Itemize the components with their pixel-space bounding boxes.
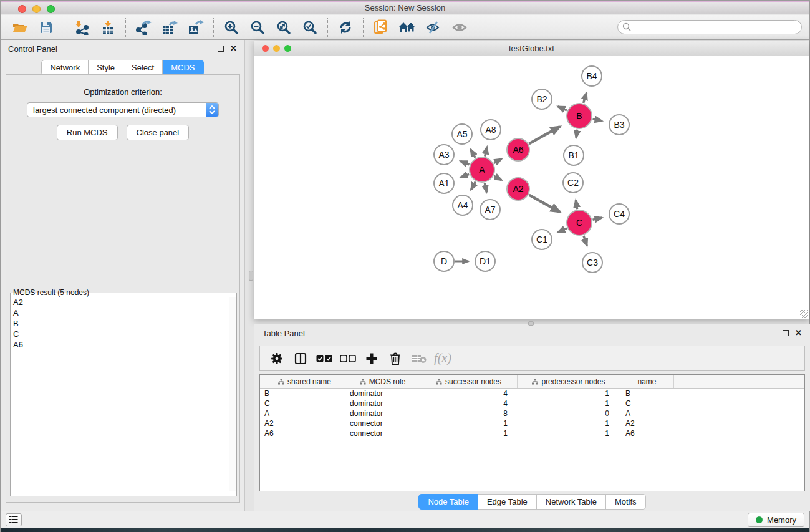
close-view-button[interactable] [262, 45, 269, 52]
table-cell[interactable]: A2 [260, 418, 345, 428]
show-details-button[interactable] [446, 16, 473, 39]
refresh-layout-button[interactable] [332, 16, 359, 39]
graph-edge-A-A8[interactable] [485, 147, 487, 157]
graph-node-B1[interactable]: B1 [563, 145, 584, 166]
graph-edge-B-B3[interactable] [592, 119, 602, 121]
table-row[interactable]: A6connector11A6 [260, 428, 804, 438]
tab-edge-table[interactable]: Edge Table [478, 494, 537, 510]
graph-node-B[interactable]: B [566, 103, 592, 129]
graph-edge-C-C1[interactable] [558, 228, 567, 232]
table-cell[interactable]: dominator [345, 389, 420, 399]
graph-edge-C-C4[interactable] [592, 218, 602, 220]
graph-edge-A-A4[interactable] [471, 181, 475, 190]
graph-node-B3[interactable]: B3 [609, 114, 630, 135]
table-cell[interactable]: C [260, 399, 345, 409]
column-header-shared-name[interactable]: shared name [260, 375, 345, 388]
close-panel-icon[interactable]: ✕ [230, 46, 237, 52]
close-panel-icon[interactable]: ✕ [795, 330, 802, 336]
table-row[interactable]: A2connector11A2 [260, 418, 804, 428]
table-cell[interactable]: A6 [260, 428, 345, 438]
split-divider-handle[interactable] [249, 271, 253, 281]
table-cell[interactable]: 1 [518, 399, 620, 409]
graph-edge-A-A5[interactable] [471, 150, 475, 158]
graph-node-C[interactable]: C [566, 210, 592, 236]
list-item[interactable]: A6 [11, 339, 236, 350]
table-row[interactable]: Adominator80A [260, 409, 804, 418]
tab-motifs[interactable]: Motifs [606, 494, 646, 510]
graph-node-C2[interactable]: C2 [562, 172, 584, 193]
graph-node-B2[interactable]: B2 [531, 89, 552, 110]
close-panel-button[interactable]: Close panel [127, 125, 190, 140]
list-item[interactable]: A2 [11, 297, 236, 307]
network-document-button[interactable] [368, 16, 394, 39]
hide-details-button[interactable] [420, 16, 446, 39]
table-cell[interactable]: B [260, 389, 345, 399]
graph-edge-A-A1[interactable] [461, 174, 470, 177]
minimize-window-button[interactable] [32, 5, 41, 13]
home-view-button[interactable] [394, 16, 420, 39]
tab-mcds[interactable]: MCDS [163, 60, 203, 75]
column-header-predecessor-nodes[interactable]: predecessor nodes [518, 375, 620, 388]
open-session-button[interactable] [7, 16, 33, 39]
table-cell[interactable]: A [620, 409, 674, 418]
zoom-fit-button[interactable] [271, 16, 297, 39]
graph-edge-A6-B[interactable] [529, 127, 560, 143]
add-column-button[interactable] [360, 348, 383, 369]
tab-network[interactable]: Network [41, 60, 89, 75]
table-row[interactable]: Cdominator41C [260, 399, 804, 409]
list-item[interactable]: C [11, 329, 236, 339]
graph-node-D1[interactable]: D1 [475, 251, 496, 272]
table-cell[interactable]: B [620, 389, 674, 399]
function-builder-button[interactable]: f(x) [431, 348, 455, 369]
graph-node-A7[interactable]: A7 [480, 199, 501, 220]
window-resize-grip[interactable] [800, 310, 808, 318]
table-cell[interactable]: 0 [518, 409, 620, 418]
graph-edge-C-C3[interactable] [584, 236, 587, 246]
minimize-view-button[interactable] [273, 45, 280, 52]
table-cell[interactable]: 8 [420, 409, 518, 418]
run-mcds-button[interactable]: Run MCDS [57, 125, 118, 140]
table-cell[interactable]: C [620, 399, 674, 409]
table-cell[interactable]: 1 [518, 428, 620, 438]
graph-node-A8[interactable]: A8 [480, 119, 501, 140]
list-item[interactable]: B [11, 318, 236, 329]
criterion-select[interactable]: largest connected component (directed) [27, 102, 219, 117]
float-panel-icon[interactable] [783, 330, 789, 336]
tab-node-table[interactable]: Node Table [418, 494, 478, 510]
show-columns-button[interactable] [289, 348, 312, 369]
tab-select[interactable]: Select [123, 60, 163, 75]
table-cell[interactable]: connector [345, 418, 420, 428]
table-cell[interactable]: A [260, 409, 345, 418]
import-table-button[interactable] [95, 16, 121, 39]
graph-edge-B-B2[interactable] [558, 107, 567, 110]
list-item[interactable]: A [11, 307, 236, 318]
table-cell[interactable]: 1 [518, 389, 620, 399]
float-panel-icon[interactable] [218, 46, 224, 52]
graph-edge-A2-C[interactable] [529, 195, 560, 212]
memory-button[interactable]: Memory [748, 513, 804, 527]
graph-edge-A-A2[interactable] [494, 176, 501, 180]
table-cell[interactable]: dominator [345, 399, 420, 409]
table-cell[interactable]: A2 [620, 418, 674, 428]
mcds-result-list[interactable]: A2 A B C A6 [11, 297, 236, 491]
network-graph-canvas[interactable]: ABCA6A2A5A8A3A1A4A7B2B4B3B1C2C4C1C3DD1 [254, 56, 809, 318]
table-cell[interactable]: 1 [518, 418, 620, 428]
table-cell[interactable]: 4 [420, 389, 518, 399]
maximize-window-button[interactable] [47, 5, 55, 13]
graph-node-A2[interactable]: A2 [506, 177, 530, 201]
table-cell[interactable]: 1 [420, 428, 518, 438]
delete-column-button[interactable] [383, 348, 407, 369]
zoom-selected-button[interactable] [297, 16, 323, 39]
table-cell[interactable]: 4 [420, 399, 518, 409]
export-network-button[interactable] [130, 16, 157, 39]
table-cell[interactable]: connector [345, 428, 420, 438]
graph-node-A1[interactable]: A1 [433, 173, 455, 194]
import-network-button[interactable] [69, 16, 95, 39]
zoom-in-button[interactable] [218, 16, 244, 39]
save-session-button[interactable] [33, 16, 59, 39]
graph-node-C1[interactable]: C1 [531, 229, 552, 250]
select-all-button[interactable] [312, 348, 336, 369]
graph-node-B4[interactable]: B4 [581, 65, 602, 87]
table-row[interactable]: Bdominator41B [260, 389, 804, 399]
deselect-all-button[interactable] [336, 348, 360, 369]
